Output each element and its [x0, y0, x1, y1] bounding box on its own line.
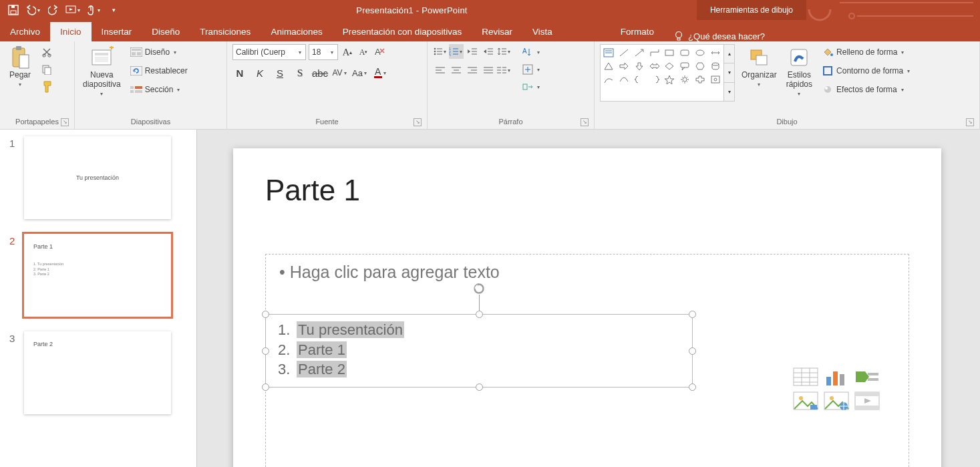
insert-online-picture-icon[interactable] [824, 392, 850, 412]
shape-effects-button[interactable]: Efectos de forma▾ [819, 82, 914, 98]
shapes-gallery-scroll[interactable]: ▴▾▾ [724, 44, 735, 102]
shape-burst-icon[interactable] [678, 73, 692, 86]
tab-insertar[interactable]: Insertar [92, 22, 142, 41]
touch-mode-button[interactable]: ▾ [86, 2, 102, 18]
shadow-button[interactable]: S [293, 65, 307, 80]
numbering-button[interactable]: 123▾ [449, 44, 464, 59]
change-case-button[interactable]: Aa▾ [353, 65, 367, 80]
dialog-launcher-icon[interactable]: ↘ [966, 118, 974, 126]
thumb-2[interactable]: 2 Parte 1 1. Tu presentación 2. Parte 1 … [9, 234, 187, 317]
paste-button[interactable]: Pegar ▾ [5, 44, 35, 89]
line-spacing-button[interactable]: ▾ [497, 44, 512, 59]
shape-cylinder-icon[interactable] [708, 59, 722, 73]
slide[interactable]: Parte 1 Haga clic para agregar texto 1.T… [233, 148, 941, 467]
list-item[interactable]: Tu presentación [297, 321, 404, 338]
tab-diseno[interactable]: Diseño [142, 22, 190, 41]
copy-button[interactable] [39, 61, 56, 77]
increase-indent-button[interactable] [481, 44, 496, 59]
shape-arrow-right-icon[interactable] [617, 59, 631, 73]
bold-button[interactable]: N [232, 65, 247, 80]
resize-handle[interactable] [689, 347, 696, 355]
shapes-gallery[interactable] [600, 44, 724, 102]
shape-arc-icon[interactable] [617, 73, 631, 86]
shape-connector-icon[interactable] [647, 46, 661, 59]
list-item[interactable]: Parte 2 [297, 361, 347, 377]
insert-chart-icon[interactable] [824, 367, 850, 387]
insert-video-icon[interactable] [854, 392, 881, 412]
shape-curve-icon[interactable] [602, 73, 616, 86]
numbered-list[interactable]: 1.Tu presentación 2.Parte 1 3.Parte 2 [266, 315, 692, 385]
tab-animaciones[interactable]: Animaciones [261, 22, 332, 41]
shape-hexagon-icon[interactable] [693, 59, 707, 73]
section-button[interactable]: Sección▾ [128, 82, 190, 98]
resize-handle[interactable] [262, 311, 269, 318]
decrease-indent-button[interactable] [465, 44, 480, 59]
shape-arrow-dbl-icon[interactable] [647, 59, 661, 73]
tab-transiciones[interactable]: Transiciones [190, 22, 261, 41]
resize-handle[interactable] [689, 311, 696, 318]
insert-smartart-icon[interactable] [854, 367, 881, 387]
align-left-button[interactable] [433, 63, 448, 77]
shape-arrow-down-icon[interactable] [633, 59, 647, 73]
bullets-button[interactable]: ▾ [433, 44, 448, 59]
thumb-1[interactable]: 1 Tu presentación [9, 136, 187, 219]
shape-textbox-icon[interactable] [602, 46, 616, 59]
font-color-button[interactable]: A▾ [373, 65, 387, 80]
char-spacing-button[interactable]: AV▾ [333, 65, 347, 80]
tab-formato[interactable]: Formato [611, 22, 664, 41]
shape-plus-icon[interactable] [693, 73, 707, 86]
layout-button[interactable]: Diseño▾ [128, 44, 190, 60]
dialog-launcher-icon[interactable]: ↘ [61, 118, 69, 126]
underline-button[interactable]: S [273, 65, 287, 80]
font-name-combo[interactable]: Calibri (Cuerp▾ [232, 44, 306, 60]
shape-brace-icon[interactable] [633, 73, 647, 86]
cut-button[interactable] [39, 44, 56, 60]
list-item[interactable]: Parte 1 [297, 341, 347, 358]
shape-star-icon[interactable] [663, 73, 677, 86]
format-painter-button[interactable] [39, 79, 56, 95]
insert-picture-icon[interactable] [793, 392, 820, 412]
tab-inicio[interactable]: Inicio [50, 22, 92, 41]
text-direction-button[interactable]: A▾ [520, 44, 544, 60]
italic-button[interactable]: K [253, 65, 267, 80]
dialog-launcher-icon[interactable]: ↘ [414, 118, 422, 126]
quick-styles-button[interactable]: Estilos rápidos▾ [784, 44, 815, 98]
grow-font-button[interactable]: A▴ [341, 45, 354, 59]
slideshow-button[interactable]: ▾ [65, 2, 81, 18]
shape-triangle-icon[interactable] [602, 59, 616, 73]
redo-button[interactable] [45, 2, 61, 18]
selected-textbox[interactable]: 1.Tu presentación 2.Parte 1 3.Parte 2 [265, 314, 693, 387]
qat-customize-button[interactable]: ▾ [106, 2, 122, 18]
shape-diamond-icon[interactable] [663, 59, 677, 73]
tab-revisar[interactable]: Revisar [472, 22, 522, 41]
resize-handle[interactable] [262, 383, 269, 391]
align-right-button[interactable] [465, 63, 480, 77]
shape-brace-r-icon[interactable] [647, 73, 661, 86]
shape-roundrect-icon[interactable] [678, 46, 692, 59]
slide-canvas-area[interactable]: Parte 1 Haga clic para agregar texto 1.T… [197, 130, 980, 467]
font-size-combo[interactable]: 18▾ [309, 44, 338, 60]
shape-oval-icon[interactable] [693, 46, 707, 59]
shape-fill-button[interactable]: Relleno de forma▾ [819, 44, 914, 60]
undo-button[interactable]: ▾ [25, 2, 41, 18]
strike-button[interactable]: abc [313, 65, 327, 80]
smartart-button[interactable]: ▾ [520, 79, 544, 95]
tab-presentacion[interactable]: Presentación con diapositivas [333, 22, 472, 41]
shape-rect-icon[interactable] [663, 46, 677, 59]
align-center-button[interactable] [449, 63, 464, 77]
justify-button[interactable] [481, 63, 496, 77]
clear-format-button[interactable]: A [373, 45, 386, 59]
slide-title[interactable]: Parte 1 [265, 174, 909, 207]
reset-button[interactable]: Restablecer [128, 63, 190, 79]
thumb-3[interactable]: 3 Parte 2 [9, 331, 187, 414]
insert-table-icon[interactable] [793, 367, 820, 387]
resize-handle[interactable] [476, 311, 483, 318]
shape-line-icon[interactable] [617, 46, 631, 59]
shape-arrow-line-icon[interactable] [633, 46, 647, 59]
align-text-button[interactable]: ▾ [520, 61, 544, 77]
shrink-font-button[interactable]: A▾ [357, 45, 370, 59]
dialog-launcher-icon[interactable]: ↘ [581, 118, 589, 126]
arrange-button[interactable]: Organizar▾ [739, 44, 780, 89]
columns-button[interactable]: ▾ [497, 63, 512, 77]
shape-callout-icon[interactable] [678, 59, 692, 73]
